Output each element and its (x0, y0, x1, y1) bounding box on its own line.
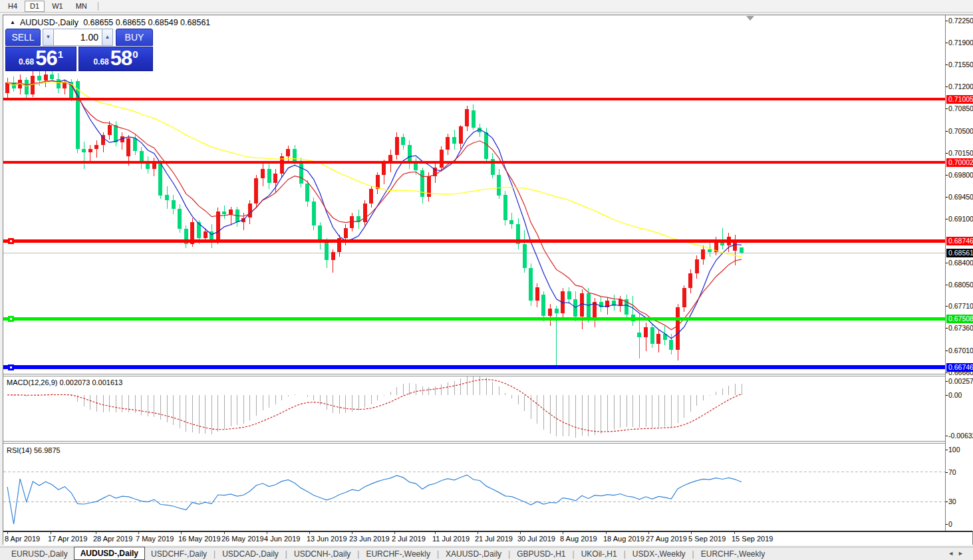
chart-tab-eurusd-daily[interactable]: EURUSD-,Daily (5, 549, 74, 559)
chart-tab-bar: EURUSD-,DailyAUDUSD-,DailyUSDCHF-,Daily|… (0, 547, 973, 560)
date-axis-label: 27 Aug 2019 (646, 535, 687, 543)
date-axis-tick (267, 532, 267, 534)
date-axis-label: 15 Sep 2019 (732, 535, 773, 543)
date-axis-tick (51, 532, 51, 534)
sell-button[interactable]: SELL (5, 29, 41, 46)
price-line-badge: 0.68746 (946, 237, 973, 245)
buy-price-main: 58 (110, 49, 132, 69)
chart-tab-usdcnh-daily[interactable]: USDCNH-,Daily (288, 549, 356, 559)
price-axis-label: 0.71200 (948, 82, 973, 91)
price-axis-label: 0.71900 (948, 39, 973, 47)
volume-input[interactable] (54, 29, 102, 46)
date-axis-label: 4 Jun 2019 (264, 535, 300, 543)
rsi-axis-label: 0 (948, 520, 952, 529)
pane-resize-handle[interactable] (3, 374, 972, 376)
date-axis-tick (648, 532, 649, 534)
date-axis-tick (563, 532, 563, 534)
buy-price-pipette: 0 (132, 49, 138, 60)
rsi-axis-label: 100 (948, 446, 960, 454)
chart-tab-ukoil-h1[interactable]: UKOil-,H1 (575, 549, 623, 559)
pane-resize-handle[interactable] (3, 441, 972, 444)
chart-tab-eurchf-weekly[interactable]: EURCHF-,Weekly (360, 549, 436, 559)
date-axis: 8 Apr 201917 Apr 201928 Apr 20197 May 20… (3, 531, 972, 545)
timeframe-button-d1[interactable]: D1 (25, 1, 45, 12)
price-line-badge: 0.70002 (946, 158, 973, 167)
price-axis-label: 0.67010 (948, 347, 973, 355)
date-axis-label: 18 Aug 2019 (603, 535, 644, 543)
price-axis-label: 0.69450 (948, 193, 973, 202)
one-click-trading-panel: SELL ▼ ▲ BUY 0.68 56 1 0.68 58 0 (5, 29, 155, 71)
chart-tab-usdchf-daily[interactable]: USDCHF-,Daily (145, 549, 213, 559)
symbol-expand-icon[interactable]: ▲ (10, 19, 15, 25)
date-axis-tick (7, 532, 8, 534)
chart-tab-xauusd-daily[interactable]: XAUUSD-,Daily (440, 549, 507, 559)
price-line-badge: 0.66746 (946, 363, 973, 372)
price-axis-label: 0.70850 (948, 104, 973, 113)
date-axis-label: 8 Apr 2019 (5, 535, 40, 543)
price-axis-label: 0.69800 (948, 171, 973, 180)
tab-scroll-left-icon[interactable]: ◄ (948, 550, 958, 557)
sell-price-pipette: 1 (58, 49, 63, 60)
toolbar-separator (98, 2, 98, 11)
price-axis-label: 0.67360 (948, 324, 973, 333)
price-axis-label: 0.69100 (948, 215, 973, 223)
buy-price-display[interactable]: 0.68 58 0 (78, 47, 153, 71)
macd-axis-label: 0.00 (948, 391, 962, 400)
date-axis-label: 26 May 2019 (221, 535, 264, 543)
price-axis-label: 0.68050 (948, 281, 973, 289)
macd-axis-label: -0.006326 (948, 432, 973, 440)
price-scale: 0.722500.719000.715500.712000.708500.705… (945, 15, 973, 531)
chart-tab-gbpusd-h1[interactable]: GBPUSD-,H1 (511, 549, 571, 559)
sell-price-main: 56 (35, 49, 57, 69)
timeframe-button-w1[interactable]: W1 (47, 1, 69, 12)
date-axis-tick (394, 532, 395, 534)
chart-window: ▲ AUDUSD-,Daily 0.68655 0.68655 0.68549 … (3, 15, 973, 545)
volume-spinner: ▼ ▲ (43, 29, 113, 46)
chart-tab-eurchf-weekly[interactable]: EURCHF-,Weekly (695, 549, 771, 559)
chart-tab-usdx-weekly[interactable]: USDX-,Weekly (626, 549, 692, 559)
date-axis-label: 8 Aug 2019 (560, 535, 597, 543)
date-axis-label: 11 Jul 2019 (432, 535, 470, 543)
timeframe-button-mn[interactable]: MN (70, 1, 92, 12)
rsi-indicator-label: RSI(14) 56.9875 (7, 446, 61, 454)
date-axis-label: 16 May 2019 (178, 535, 221, 543)
buy-button[interactable]: BUY (116, 29, 153, 46)
timeframe-toolbar: H4D1W1MN (0, 0, 973, 13)
date-axis-tick (138, 532, 139, 534)
date-axis-label: 7 May 2019 (136, 535, 174, 543)
date-axis-label: 28 Apr 2019 (93, 535, 132, 543)
rsi-pane-canvas[interactable] (3, 444, 945, 529)
date-axis-label: 2 Jul 2019 (392, 535, 426, 543)
price-axis-label: 0.71550 (948, 61, 973, 69)
price-axis-label: 0.70500 (948, 127, 973, 136)
volume-decrement-button[interactable]: ▼ (43, 29, 54, 46)
date-axis-tick (520, 532, 521, 534)
date-axis-label: 5 Sep 2019 (688, 535, 726, 543)
tab-scroll-right-icon[interactable]: ► (958, 550, 968, 557)
price-axis-label: 0.67710 (948, 302, 973, 311)
price-axis-label: 0.70150 (948, 149, 973, 158)
chart-symbol-label: AUDUSD-,Daily (20, 18, 78, 27)
volume-increment-button[interactable]: ▲ (102, 29, 113, 46)
date-axis-tick (734, 532, 735, 534)
chart-shift-marker[interactable] (746, 16, 754, 21)
sell-price-display[interactable]: 0.68 56 1 (5, 47, 76, 71)
date-axis-tick (181, 532, 182, 534)
chart-tab-usdcad-daily[interactable]: USDCAD-,Daily (216, 549, 285, 559)
date-axis-tick (478, 532, 478, 534)
price-line-badge: 0.68561 (946, 249, 973, 257)
rsi-axis-label: 70 (948, 468, 956, 477)
chart-tab-audusd-daily[interactable]: AUDUSD-,Daily (74, 547, 145, 560)
buy-price-prefix: 0.68 (93, 55, 108, 69)
date-axis-label: 21 Jul 2019 (475, 535, 513, 543)
date-axis-tick (224, 532, 225, 534)
timeframe-button-h4[interactable]: H4 (3, 1, 23, 12)
date-axis-tick (309, 532, 310, 534)
price-axis-label: 0.72250 (948, 17, 973, 25)
date-axis-label: 13 Jun 2019 (307, 535, 347, 543)
date-axis-label: 23 Jun 2019 (349, 535, 390, 543)
price-line-badge: 0.67508 (946, 315, 973, 323)
rsi-axis-label: 30 (948, 497, 956, 506)
price-line-badge: 0.71005 (946, 95, 973, 104)
macd-pane-canvas[interactable] (3, 376, 945, 440)
